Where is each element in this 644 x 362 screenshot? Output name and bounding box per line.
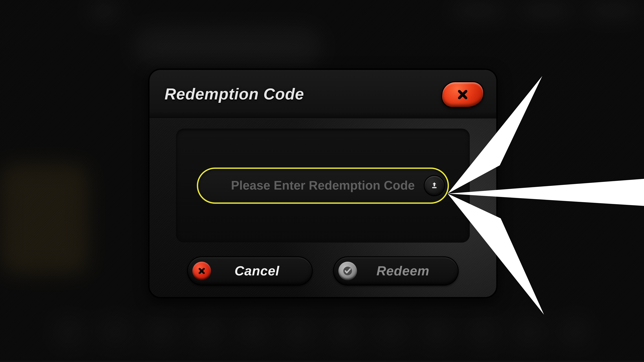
- modal-body: Please Enter Redemption Code: [176, 129, 470, 243]
- modal-actions: Cancel Redeem: [150, 256, 496, 286]
- cancel-button-label: Cancel: [211, 264, 312, 279]
- upload-icon: [430, 181, 439, 190]
- cancel-icon: [192, 262, 211, 280]
- close-icon: [456, 88, 469, 101]
- redemption-code-input[interactable]: Please Enter Redemption Code: [197, 167, 449, 204]
- redemption-code-modal: Redemption Code Please Enter Redemption …: [148, 68, 498, 298]
- input-placeholder: Please Enter Redemption Code: [203, 179, 443, 193]
- redeem-button-label: Redeem: [357, 264, 458, 279]
- redeem-button[interactable]: Redeem: [333, 256, 458, 286]
- paste-button[interactable]: [424, 175, 445, 196]
- modal-title: Redemption Code: [164, 85, 304, 103]
- cancel-button[interactable]: Cancel: [187, 256, 313, 286]
- svg-rect-0: [432, 187, 436, 188]
- check-icon: [338, 262, 357, 280]
- modal-header: Redemption Code: [150, 70, 496, 119]
- close-button[interactable]: [440, 81, 485, 108]
